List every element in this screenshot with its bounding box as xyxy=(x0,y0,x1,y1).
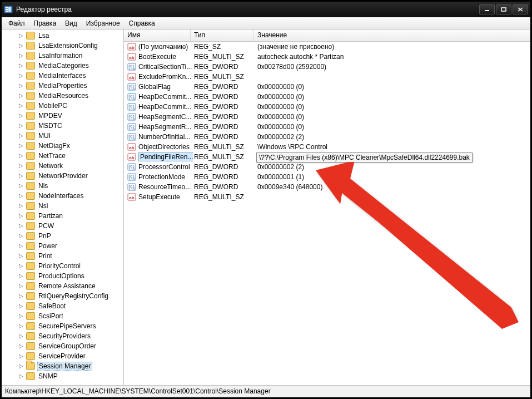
tree-node[interactable]: ▷ServiceProvider xyxy=(2,351,123,361)
expander-icon[interactable]: ▷ xyxy=(18,233,24,239)
maximize-button[interactable] xyxy=(496,4,511,14)
tree-node[interactable]: ▷Partizan xyxy=(2,211,123,221)
expander-icon[interactable]: ▷ xyxy=(18,243,24,249)
expander-icon[interactable]: ▷ xyxy=(18,53,24,58)
list-row[interactable]: abExcludeFromKn...REG_MULTI_SZ xyxy=(124,72,530,82)
expander-icon[interactable]: ▷ xyxy=(18,333,24,339)
column-name[interactable]: Имя xyxy=(124,29,191,41)
column-value[interactable]: Значение xyxy=(254,29,530,41)
menu-favorites[interactable]: Избранное xyxy=(82,18,125,28)
tree-node[interactable]: ▷MediaCategories xyxy=(2,61,123,71)
tree-node[interactable]: ▷PCW xyxy=(2,221,123,231)
expander-icon[interactable]: ▷ xyxy=(18,93,24,98)
tree-node[interactable]: ▷Network xyxy=(2,161,123,171)
expander-icon[interactable]: ▷ xyxy=(18,103,24,109)
tree-node[interactable]: ▷LsaInformation xyxy=(2,51,123,61)
tree-node[interactable]: ▷Remote Assistance xyxy=(2,281,123,291)
expander-icon[interactable]: ▷ xyxy=(18,363,24,369)
expander-icon[interactable]: ▷ xyxy=(18,293,24,299)
expander-icon[interactable]: ▷ xyxy=(18,73,24,78)
expander-icon[interactable]: ▷ xyxy=(18,133,24,139)
list-row[interactable]: 011110GlobalFlagREG_DWORD0x00000000 (0) xyxy=(124,82,530,92)
minimize-button[interactable] xyxy=(479,4,495,14)
expander-icon[interactable]: ▷ xyxy=(18,193,24,199)
expander-icon[interactable]: ▷ xyxy=(18,313,24,319)
list-row[interactable]: 011110HeapSegmentR...REG_DWORD0x00000000… xyxy=(124,122,530,132)
menu-view[interactable]: Вид xyxy=(61,18,82,28)
tree-node[interactable]: ▷ScsiPort xyxy=(2,311,123,321)
expander-icon[interactable]: ▷ xyxy=(18,43,24,48)
menu-help[interactable]: Справка xyxy=(125,18,160,28)
tree-node[interactable]: ▷NetworkProvider xyxy=(2,171,123,181)
tree-node[interactable]: ▷MediaResources xyxy=(2,91,123,101)
list-row[interactable]: abObjectDirectoriesREG_MULTI_SZ\Windows … xyxy=(124,142,530,152)
tree-node[interactable]: ▷MediaProperties xyxy=(2,81,123,91)
list-row[interactable]: abBootExecuteREG_MULTI_SZautocheck autoc… xyxy=(124,52,530,62)
menu-edit[interactable]: Правка xyxy=(29,18,61,28)
expander-icon[interactable]: ▷ xyxy=(18,303,24,309)
expander-icon[interactable]: ▷ xyxy=(18,253,24,259)
expander-icon[interactable]: ▷ xyxy=(18,273,24,279)
tree-node[interactable]: ▷Print xyxy=(2,251,123,261)
expander-icon[interactable]: ▷ xyxy=(18,203,24,209)
expander-icon[interactable]: ▷ xyxy=(18,113,24,119)
tree-node[interactable]: ▷RtlQueryRegistryConfig xyxy=(2,291,123,301)
tree-node[interactable]: ▷MediaInterfaces xyxy=(2,71,123,81)
tree-node[interactable]: ▷SecurePipeServers xyxy=(2,321,123,331)
menu-file[interactable]: Файл xyxy=(4,18,29,28)
expander-icon[interactable]: ▷ xyxy=(18,283,24,289)
list-row[interactable]: 011110HeapDeCommit...REG_DWORD0x00000000… xyxy=(124,102,530,112)
titlebar[interactable]: Редактор реестра xyxy=(2,2,530,17)
expander-icon[interactable]: ▷ xyxy=(18,173,24,179)
expander-icon[interactable]: ▷ xyxy=(18,323,24,329)
expander-icon[interactable]: ▷ xyxy=(18,373,24,379)
tree-node[interactable]: ▷SecurityProviders xyxy=(2,331,123,341)
tree-node[interactable]: ▷Session Manager xyxy=(2,361,123,371)
tree-node[interactable]: ▷ProductOptions xyxy=(2,271,123,281)
list-row[interactable]: ab(По умолчанию)REG_SZ(значение не присв… xyxy=(124,42,530,52)
tree-node[interactable]: ▷PriorityControl xyxy=(2,261,123,271)
tree-node[interactable]: ▷MobilePC xyxy=(2,101,123,111)
tree-node[interactable]: ▷NetDiagFx xyxy=(2,141,123,151)
tree-node[interactable]: ▷MUI xyxy=(2,131,123,141)
expander-icon[interactable]: ▷ xyxy=(18,343,24,349)
expander-icon[interactable]: ▷ xyxy=(18,83,24,88)
tree-node[interactable]: ▷Lsa xyxy=(2,31,123,41)
expander-icon[interactable]: ▷ xyxy=(18,213,24,219)
tree-node[interactable]: ▷SafeBoot xyxy=(2,301,123,311)
expander-icon[interactable]: ▷ xyxy=(18,33,24,38)
expander-icon[interactable]: ▷ xyxy=(18,63,24,68)
list-row[interactable]: 011110ProtectionModeREG_DWORD0x00000001 … xyxy=(124,172,530,182)
tree-node[interactable]: ▷ServiceGroupOrder xyxy=(2,341,123,351)
list-row[interactable]: 011110NumberOfInitial...REG_DWORD0x00000… xyxy=(124,132,530,142)
list-row[interactable]: 011110HeapDeCommit...REG_DWORD0x00000000… xyxy=(124,92,530,102)
tree-node-label: SNMP xyxy=(37,372,59,380)
list-row[interactable]: 011110CriticalSectionTi...REG_DWORD0x002… xyxy=(124,62,530,72)
close-button[interactable] xyxy=(513,4,528,14)
expander-icon[interactable]: ▷ xyxy=(18,223,24,229)
tree-node[interactable]: ▷Nls xyxy=(2,181,123,191)
tree-node[interactable]: ▷MPDEV xyxy=(2,111,123,121)
list-row[interactable]: abSetupExecuteREG_MULTI_SZ xyxy=(124,192,530,202)
list-row[interactable]: 011110HeapSegmentC...REG_DWORD0x00000000… xyxy=(124,112,530,122)
tree-node[interactable]: ▷PnP xyxy=(2,231,123,241)
tree-node[interactable]: ▷SNMP xyxy=(2,371,123,381)
tree-node[interactable]: ▷MSDTC xyxy=(2,121,123,131)
list-row[interactable]: 011110ResourceTimeo...REG_DWORD0x0009e34… xyxy=(124,182,530,192)
tree-node[interactable]: ▷Power xyxy=(2,241,123,251)
expander-icon[interactable]: ▷ xyxy=(18,123,24,129)
expander-icon[interactable]: ▷ xyxy=(18,263,24,269)
tree-pane[interactable]: ▷Lsa▷LsaExtensionConfig▷LsaInformation▷M… xyxy=(2,29,124,385)
tree-node[interactable]: ▷NodeInterfaces xyxy=(2,191,123,201)
expander-icon[interactable]: ▷ xyxy=(18,353,24,359)
expander-icon[interactable]: ▷ xyxy=(18,153,24,159)
tree-node[interactable]: ▷Nsi xyxy=(2,201,123,211)
expander-icon[interactable]: ▷ xyxy=(18,143,24,149)
tree-node[interactable]: ▷LsaExtensionConfig xyxy=(2,41,123,51)
expander-icon[interactable]: ▷ xyxy=(18,183,24,189)
tree-node[interactable]: ▷NetTrace xyxy=(2,151,123,161)
list-body[interactable]: ab(По умолчанию)REG_SZ(значение не присв… xyxy=(124,42,530,385)
column-type[interactable]: Тип xyxy=(191,29,254,41)
list-row[interactable]: 011110ProcessorControlREG_DWORD0x0000000… xyxy=(124,162,530,172)
expander-icon[interactable]: ▷ xyxy=(18,163,24,169)
